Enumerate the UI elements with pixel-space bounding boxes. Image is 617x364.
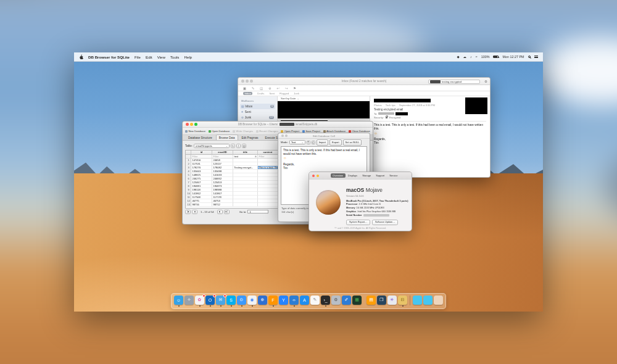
db-toolbar-button[interactable]: Revert Changes bbox=[256, 130, 278, 133]
mail-search-field[interactable]: testing encrypted bbox=[428, 80, 480, 85]
db-toolbar-button[interactable]: Open Database bbox=[209, 130, 230, 133]
wifi-icon[interactable]: ≈ bbox=[476, 55, 478, 59]
menubar-menu-item[interactable]: Tools bbox=[170, 55, 179, 59]
minimize-icon[interactable] bbox=[246, 80, 249, 83]
import-button[interactable]: Import bbox=[317, 139, 328, 146]
mail-toolbar-icon[interactable]: ✎ bbox=[252, 86, 254, 90]
clear-filter-icon[interactable]: ⊗ bbox=[255, 155, 257, 158]
dock-icon-photos[interactable]: ✿ bbox=[195, 296, 204, 307]
dock-icon-textedit[interactable]: ✎ bbox=[310, 296, 320, 307]
menubar-menu-item[interactable]: File bbox=[135, 55, 141, 59]
favorites-item[interactable]: Drafts bbox=[257, 92, 264, 95]
dock-icon-fork-tool[interactable]: Y bbox=[279, 296, 288, 307]
cell-titlebar[interactable]: Edit Database Cell bbox=[278, 133, 370, 139]
mailbox-item[interactable]: ▤ Inbox 6 bbox=[240, 104, 275, 109]
table-select[interactable]: emailSnippets bbox=[194, 144, 230, 148]
dock-icon-books[interactable]: ▤ bbox=[366, 296, 376, 307]
dropbox-status-icon[interactable]: ◆ bbox=[457, 55, 459, 59]
sort-control[interactable]: Sort by Date bbox=[278, 96, 370, 101]
mail-toolbar-icon[interactable]: ↪ bbox=[285, 86, 288, 90]
goto-input[interactable]: 1 bbox=[247, 210, 268, 213]
db-titlebar[interactable]: DB Browser for SQLite – /Users/ /emailSn… bbox=[183, 122, 373, 128]
favorites-item[interactable]: Inbox bbox=[243, 92, 252, 95]
dock-icon-system-preferences[interactable]: ⚙ bbox=[331, 296, 341, 307]
db-tab[interactable]: Browse Data bbox=[216, 134, 238, 140]
dock-icon-app-store[interactable]: A bbox=[300, 296, 309, 307]
dock-icon-folder-documents[interactable] bbox=[413, 296, 422, 307]
favorites-item[interactable]: Flagged bbox=[280, 92, 289, 95]
db-tab[interactable]: Edit Pragmas bbox=[239, 134, 262, 140]
save-results-icon[interactable]: ⇩ bbox=[236, 144, 241, 148]
system-report-button[interactable]: System Report… bbox=[346, 220, 370, 225]
mail-toolbar-icon[interactable]: ▣ bbox=[243, 86, 246, 90]
gear-icon[interactable]: ⚙ bbox=[484, 80, 487, 83]
word-wrap-icon[interactable]: ¶ bbox=[307, 141, 310, 144]
close-icon[interactable] bbox=[186, 123, 189, 126]
print-icon[interactable]: ⎙ bbox=[312, 141, 315, 144]
minimize-icon[interactable] bbox=[190, 123, 193, 126]
dock-icon-mail[interactable]: ✉ bbox=[216, 296, 225, 307]
dock-icon-db-browser-sqlite[interactable]: ⊟ bbox=[398, 296, 407, 307]
cell-id[interactable]: 98716 bbox=[191, 203, 212, 207]
menubar-clock[interactable]: Mon 12:27 PM bbox=[502, 55, 524, 59]
cell-emailid[interactable]: 98712 bbox=[212, 203, 233, 207]
set-null-button[interactable]: Set as NULL bbox=[343, 139, 362, 146]
dock-icon-dev-console[interactable]: ▦ bbox=[352, 296, 362, 307]
zoom-icon[interactable] bbox=[250, 80, 253, 83]
prev-page-button[interactable]: ◀ bbox=[192, 210, 197, 214]
mail-toolbar-icon[interactable]: ⊘ bbox=[268, 86, 271, 90]
volume-icon[interactable]: ♪ bbox=[470, 55, 472, 59]
dock-icon-screens[interactable]: ❐ bbox=[377, 296, 386, 307]
favorites-item[interactable]: Sent bbox=[269, 92, 275, 95]
dock-icon-vscode[interactable]: ‹› bbox=[289, 296, 299, 307]
dock-icon-terminal[interactable]: ›_ bbox=[321, 296, 330, 307]
header-link[interactable]: Tech tips bbox=[386, 104, 395, 107]
about-tab[interactable]: Service bbox=[387, 173, 400, 178]
columns-icon[interactable]: ▥ bbox=[242, 144, 246, 148]
menubar-menu-item[interactable]: View bbox=[157, 55, 165, 59]
about-tab[interactable]: Storage bbox=[360, 173, 373, 178]
dock-icon-firefox[interactable]: F bbox=[268, 296, 278, 307]
dock-icon-utility[interactable]: ✳ bbox=[387, 296, 397, 307]
cell-content[interactable] bbox=[258, 203, 278, 207]
about-titlebar[interactable]: OverviewDisplaysStorageSupportService bbox=[309, 172, 412, 180]
software-update-button[interactable]: Software Update… bbox=[372, 220, 398, 225]
about-tab[interactable]: Support bbox=[374, 173, 387, 178]
first-page-button[interactable]: |◀ bbox=[185, 210, 191, 214]
about-tab[interactable]: Displays bbox=[346, 173, 360, 178]
mail-toolbar-icon[interactable]: ◫ bbox=[260, 86, 263, 90]
mail-titlebar[interactable]: Inbox (Found 2 matches for search) testi… bbox=[238, 78, 490, 85]
table-row[interactable]: 13 98716 98712 bbox=[186, 203, 278, 207]
mode-select[interactable]: Text bbox=[289, 140, 305, 144]
spotlight-search-icon[interactable] bbox=[528, 56, 531, 59]
dock-icon-safari[interactable]: ⊙ bbox=[237, 296, 246, 307]
cloud-status-icon[interactable]: ☁ bbox=[463, 55, 466, 59]
next-page-button[interactable]: ▶ bbox=[217, 210, 223, 214]
refresh-icon[interactable]: ↻ bbox=[231, 144, 235, 148]
close-icon[interactable] bbox=[312, 175, 315, 177]
mailbox-item[interactable]: ✈ Sent bbox=[240, 109, 275, 115]
dock-icon-trash[interactable] bbox=[434, 296, 443, 307]
db-toolbar-button[interactable]: New Database bbox=[185, 130, 205, 133]
apple-menu-icon[interactable] bbox=[79, 54, 83, 59]
battery-icon[interactable] bbox=[493, 56, 499, 59]
close-icon[interactable] bbox=[281, 134, 284, 137]
dock-icon-launchpad[interactable]: ✧ bbox=[184, 296, 194, 307]
dock-icon-remote-folder[interactable]: ✐ bbox=[342, 296, 351, 307]
dock-icon-finder[interactable]: ☺ bbox=[174, 296, 183, 307]
dock-icon-outlook[interactable]: O bbox=[205, 296, 215, 307]
db-tab[interactable]: Database Structure bbox=[185, 134, 215, 140]
menubar-menu-item[interactable]: Help bbox=[184, 55, 192, 59]
minimize-icon[interactable] bbox=[317, 175, 319, 177]
mailbox-item[interactable]: ⊘ Junk 19 bbox=[240, 115, 275, 120]
notification-center-icon[interactable] bbox=[534, 56, 538, 59]
cell-title[interactable] bbox=[233, 203, 258, 207]
last-page-button[interactable]: ▶| bbox=[224, 210, 230, 214]
favorites-item[interactable]: Junk bbox=[294, 92, 299, 95]
menubar-menu-item[interactable]: Edit bbox=[146, 55, 152, 59]
db-toolbar-button[interactable]: Write Changes bbox=[233, 130, 253, 133]
dock-icon-earth-browser[interactable]: ⊕ bbox=[258, 296, 267, 307]
dock-icon-skype[interactable]: S bbox=[226, 296, 236, 307]
header-link[interactable]: Photos bbox=[374, 104, 382, 107]
dock-icon-folder-downloads[interactable] bbox=[423, 296, 433, 307]
